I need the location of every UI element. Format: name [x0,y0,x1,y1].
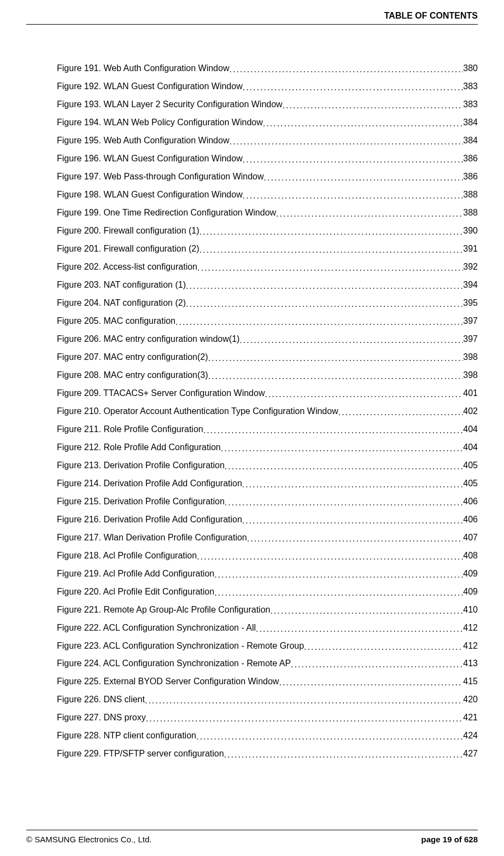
toc-entry-page: 394 [463,279,478,290]
toc-entry-title: Figure 210. Operator Account Authenticat… [57,406,338,416]
toc-leader-dots: ........................................… [279,677,463,686]
toc-entry-page: 383 [463,99,478,109]
toc-leader-dots: ........................................… [214,587,463,597]
toc-entry-title: Figure 195. Web Auth Configuration Windo… [57,135,229,145]
toc-row: Figure 196. WLAN Guest Configuration Win… [57,153,478,164]
toc-entry-title: Figure 206. MAC entry configuration wind… [57,334,239,344]
toc-leader-dots: ........................................… [225,461,463,470]
toc-entry-title: Figure 201. Firewall configuration (2) [57,243,200,254]
toc-entry-title: Figure 197. Web Pass-through Configurati… [57,171,264,182]
toc-entry-page: 412 [463,640,478,651]
toc-entry-title: Figure 228. NTP client configuration [57,730,196,741]
toc-entry-page: 420 [463,694,478,704]
toc-row: Figure 228. NTP client configuration ...… [57,730,478,741]
toc-entry-page: 380 [463,63,478,73]
toc-leader-dots: ........................................… [283,100,464,109]
toc-entry-title: Figure 211. Role Profile Configuration [57,424,203,434]
toc-leader-dots: ........................................… [186,299,463,308]
toc-entry-page: 383 [463,81,478,91]
toc-leader-dots: ........................................… [243,82,464,91]
toc-row: Figure 199. One Time Redirection Configu… [57,207,478,218]
toc-row: Figure 204. NAT configuration (2) ......… [57,298,478,308]
toc-entry-title: Figure 229. FTP/SFTP server configuratio… [57,748,224,759]
toc-row: Figure 202. Access-list configuration ..… [57,261,478,272]
toc-entry-page: 410 [463,604,478,615]
toc-row: Figure 229. FTP/SFTP server configuratio… [57,748,478,759]
toc-row: Figure 210. Operator Account Authenticat… [57,406,478,416]
toc-entry-title: Figure 209. TTACACS+ Server Configuratio… [57,388,265,398]
toc-entry-title: Figure 217. Wlan Derivation Profile Conf… [57,532,247,543]
toc-entry-title: Figure 213. Derivation Profile Configura… [57,460,225,470]
toc-row: Figure 206. MAC entry configuration wind… [57,334,478,344]
toc-entry-title: Figure 215. Derivation Profile Configura… [57,496,225,506]
toc-entry-title: Figure 192. WLAN Guest Configuration Win… [57,81,243,91]
toc-row: Figure 215. Derivation Profile Configura… [57,496,478,506]
toc-leader-dots: ........................................… [243,154,464,164]
toc-leader-dots: ........................................… [256,624,463,633]
toc-entry-page: 407 [463,532,478,543]
footer-copyright: © SAMSUNG Electronics Co., Ltd. [26,835,151,844]
toc-leader-dots: ........................................… [243,190,464,200]
footer-page-label: page 19 of 628 [421,835,478,844]
toc-row: Figure 197. Web Pass-through Configurati… [57,171,478,182]
toc-leader-dots: ........................................… [229,64,463,73]
toc-row: Figure 198. WLAN Guest Configuration Win… [57,189,478,200]
toc-row: Figure 205. MAC configuration ..........… [57,316,478,326]
toc-row: Figure 203. NAT configuration (1) ......… [57,279,478,290]
toc-row: Figure 212. Role Profile Add Configurati… [57,442,478,452]
toc-entry-page: 405 [463,460,478,470]
toc-leader-dots: ........................................… [203,425,464,434]
toc-row: Figure 191. Web Auth Configuration Windo… [57,63,478,73]
toc-entry-page: 424 [463,730,478,741]
toc-row: Figure 222. ACL Configuration Synchroniz… [57,622,478,633]
toc-entry-title: Figure 225. External BYOD Server Configu… [57,676,279,686]
toc-entry-page: 404 [463,424,478,434]
toc-entry-page: 427 [463,748,478,759]
toc-entry-title: Figure 207. MAC entry configuration(2) [57,352,208,362]
toc-row: Figure 218. Acl Profile Configuration ..… [57,550,478,561]
toc-entry-page: 398 [463,370,478,380]
toc-row: Figure 213. Derivation Profile Configura… [57,460,478,470]
toc-leader-dots: ........................................… [200,244,464,254]
toc-entry-title: Figure 219. Acl Profile Add Configuratio… [57,568,214,579]
toc-entry-title: Figure 221. Remote Ap Group-Alc Profile … [57,604,270,615]
toc-row: Figure 211. Role Profile Configuration .… [57,424,478,434]
toc-row: Figure 208. MAC entry configuration(3) .… [57,370,478,380]
toc-entry-page: 412 [463,622,478,633]
toc-entry-page: 397 [463,334,478,344]
toc-entry-page: 406 [463,514,478,525]
toc-leader-dots: ........................................… [200,226,464,236]
toc-leader-dots: ........................................… [196,731,463,741]
toc-entry-title: Figure 203. NAT configuration (1) [57,279,186,290]
toc-row: Figure 223. ACL Configuration Synchroniz… [57,640,478,651]
toc-entry-page: 409 [463,586,478,597]
toc-entry-title: Figure 214. Derivation Profile Add Confi… [57,478,242,488]
toc-entry-page: 413 [463,658,478,668]
toc-entry-page: 384 [463,135,478,145]
toc-entry-title: Figure 198. WLAN Guest Configuration Win… [57,189,243,200]
toc-leader-dots: ........................................… [224,749,464,759]
header-title: TABLE OF CONTENTS [26,11,478,25]
toc-entry-page: 386 [463,171,478,182]
toc-leader-dots: ........................................… [338,407,464,416]
toc-leader-dots: ........................................… [146,713,464,723]
toc-entry-page: 384 [463,117,478,127]
toc-entry-page: 388 [463,189,478,200]
toc-row: Figure 224. ACL Configuration Synchroniz… [57,658,478,668]
toc-entry-title: Figure 200. Firewall configuration (1) [57,225,200,236]
toc-entry-title: Figure 222. ACL Configuration Synchroniz… [57,622,256,633]
toc-entry-title: Figure 224. ACL Configuration Synchroniz… [57,658,291,668]
toc-leader-dots: ........................................… [229,136,463,145]
toc-entry-title: Figure 220. Acl Profile Edit Configurati… [57,586,214,597]
toc-entry-page: 386 [463,153,478,164]
toc-entry-page: 388 [463,207,478,218]
toc-leader-dots: ........................................… [276,208,463,218]
toc-row: Figure 209. TTACACS+ Server Configuratio… [57,388,478,398]
toc-entry-page: 392 [463,261,478,272]
toc-leader-dots: ........................................… [175,317,463,326]
toc-row: Figure 195. Web Auth Configuration Windo… [57,135,478,145]
toc-leader-dots: ........................................… [208,371,464,380]
toc-row: Figure 220. Acl Profile Edit Configurati… [57,586,478,597]
toc-row: Figure 192. WLAN Guest Configuration Win… [57,81,478,91]
toc-row: Figure 219. Acl Profile Add Configuratio… [57,568,478,579]
